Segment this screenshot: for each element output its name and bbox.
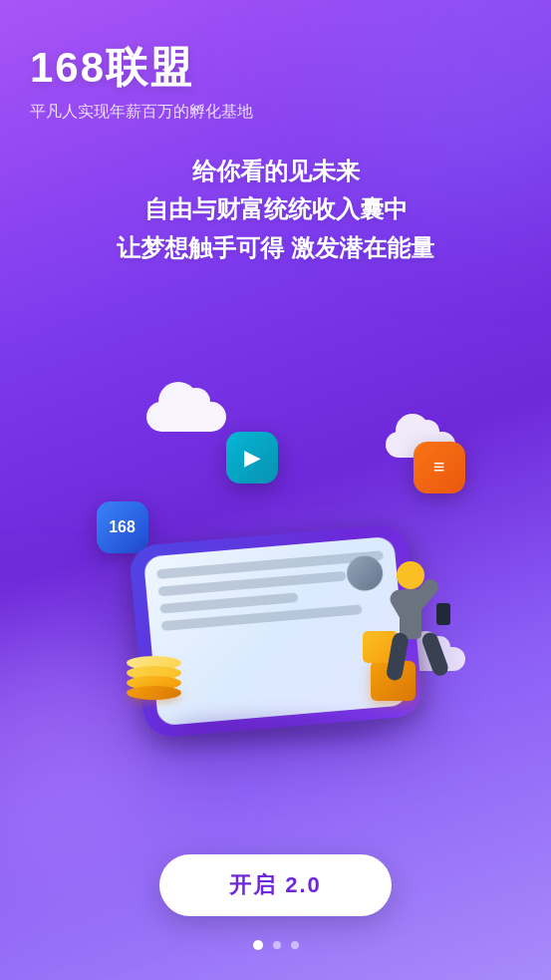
person-head — [397, 561, 424, 589]
doc-icon: ≡ — [433, 456, 445, 479]
coin-1 — [127, 686, 181, 700]
person-hand-phone — [436, 603, 450, 625]
bottom-section: 开启 2.0 — [0, 854, 551, 980]
phone-scene: 168 ▶ ≡ — [67, 372, 485, 751]
person-figure — [366, 561, 455, 721]
brand-title: 168联盟 — [30, 40, 521, 96]
cta-button[interactable]: 开启 2.0 — [159, 854, 392, 916]
page-container: 168联盟 平凡人实现年薪百万的孵化基地 给你看的见未来 自由与财富统统收入囊中… — [0, 0, 551, 980]
app-icon-168: 168 — [97, 501, 148, 553]
cloud-1 — [146, 402, 226, 432]
tagline-2: 自由与财富统统收入囊中 — [30, 190, 521, 228]
video-icon: ▶ — [244, 446, 259, 470]
app-icon-doc: ≡ — [413, 442, 465, 493]
dot-1[interactable] — [253, 940, 263, 950]
phone-shadow — [166, 721, 386, 741]
dot-3[interactable] — [291, 941, 299, 949]
dot-2[interactable] — [273, 941, 281, 949]
tagline-3: 让梦想触手可得 激发潜在能量 — [30, 229, 521, 267]
illustration-area: 168 ▶ ≡ — [0, 267, 551, 854]
coins-stack — [127, 656, 181, 696]
person-leg-right — [419, 630, 449, 678]
tagline-1: 给你看的见未来 — [30, 153, 521, 190]
brand-subtitle: 平凡人实现年薪百万的孵化基地 — [30, 102, 521, 123]
app-icon-video: ▶ — [226, 432, 278, 484]
header: 168联盟 平凡人实现年薪百万的孵化基地 — [0, 0, 551, 133]
screen-line-3 — [159, 592, 298, 613]
dots-indicator — [253, 940, 299, 950]
taglines-section: 给你看的见未来 自由与财富统统收入囊中 让梦想触手可得 激发潜在能量 — [0, 133, 551, 267]
person-leg-left — [385, 631, 409, 681]
